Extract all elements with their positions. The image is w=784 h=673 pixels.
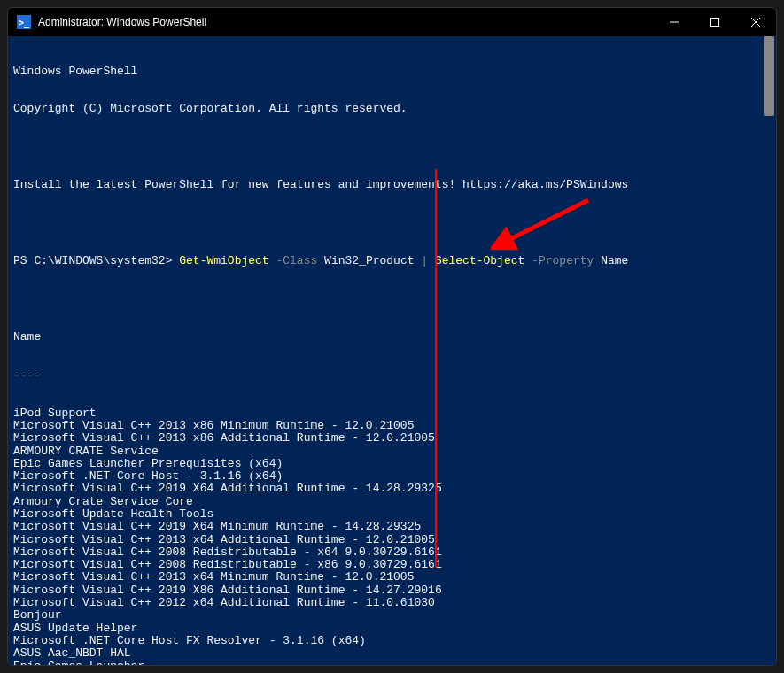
- minimize-button[interactable]: [654, 8, 695, 36]
- blank-line: [13, 141, 757, 153]
- window-title: Administrator: Windows PowerShell: [38, 16, 206, 28]
- output-row: Microsoft Visual C++ 2008 Redistributabl…: [13, 546, 757, 559]
- output-row: Microsoft Visual C++ 2019 X64 Additional…: [13, 483, 757, 495]
- output-row: Microsoft Visual C++ 2013 x86 Minimum Ru…: [13, 420, 757, 432]
- output-row: Armoury Crate Service Core: [13, 496, 757, 508]
- cmdlet: Select-Object: [435, 254, 524, 267]
- blank-line: [13, 217, 757, 229]
- output-row: Microsoft Visual C++ 2019 X86 Additional…: [13, 584, 757, 597]
- output-row: Epic Games Launcher Prerequisites (x64): [13, 458, 757, 470]
- minimize-icon: [670, 18, 679, 27]
- column-header: Name: [13, 331, 757, 344]
- output-row: Microsoft Visual C++ 2013 x64 Additional…: [13, 534, 757, 546]
- output-row: Microsoft Visual C++ 2013 x64 Minimum Ru…: [13, 571, 757, 584]
- output-row: ASUS Update Helper: [13, 623, 757, 635]
- banner-line: Copyright (C) Microsoft Corporation. All…: [13, 103, 757, 115]
- terminal-output[interactable]: Windows PowerShell Copyright (C) Microso…: [8, 36, 762, 665]
- close-icon: [751, 18, 760, 27]
- maximize-icon: [710, 18, 719, 27]
- prompt-path: PS C:\WINDOWS\system32>: [13, 254, 179, 267]
- output-row: Microsoft Update Health Tools: [13, 508, 757, 521]
- scrollbar-thumb[interactable]: [764, 36, 774, 116]
- output-row: Microsoft Visual C++ 2013 x86 Additional…: [13, 432, 757, 445]
- close-button[interactable]: [735, 8, 776, 36]
- output-row: Bonjour: [13, 609, 757, 622]
- parameter: -Class: [269, 254, 324, 267]
- command-line: PS C:\WINDOWS\system32> Get-WmiObject -C…: [13, 255, 757, 267]
- output-row: ASUS Aac_NBDT HAL: [13, 647, 757, 660]
- output-row: Microsoft Visual C++ 2019 X64 Minimum Ru…: [13, 521, 757, 533]
- output-row: Microsoft Visual C++ 2012 x64 Additional…: [13, 597, 757, 609]
- titlebar[interactable]: >_ Administrator: Windows PowerShell: [8, 8, 776, 36]
- scrollbar-track[interactable]: [762, 36, 776, 665]
- banner-line: Install the latest PowerShell for new fe…: [13, 179, 757, 191]
- powershell-icon: >_: [17, 15, 31, 29]
- output-row: iPod Support: [13, 407, 757, 420]
- blank-line: [13, 293, 757, 306]
- cmdlet: Get-WmiObject: [179, 254, 268, 267]
- parameter: -Property: [524, 254, 601, 267]
- column-divider: ----: [13, 369, 757, 382]
- powershell-window: >_ Administrator: Windows PowerShell Win…: [7, 7, 777, 666]
- output-row: ARMOURY CRATE Service: [13, 445, 757, 458]
- output-row: Microsoft .NET Core Host FX Resolver - 3…: [13, 635, 757, 647]
- maximize-button[interactable]: [695, 8, 735, 36]
- output-row: Microsoft .NET Core Host - 3.1.16 (x64): [13, 470, 757, 483]
- argument: Win32_Product: [324, 254, 421, 267]
- output-row: Microsoft Visual C++ 2008 Redistributabl…: [13, 559, 757, 571]
- banner-line: Windows PowerShell: [13, 66, 757, 78]
- svg-rect-1: [711, 19, 719, 27]
- output-row: Epic Games Launcher: [13, 661, 757, 665]
- pipe: |: [421, 254, 435, 267]
- argument: Name: [601, 254, 628, 267]
